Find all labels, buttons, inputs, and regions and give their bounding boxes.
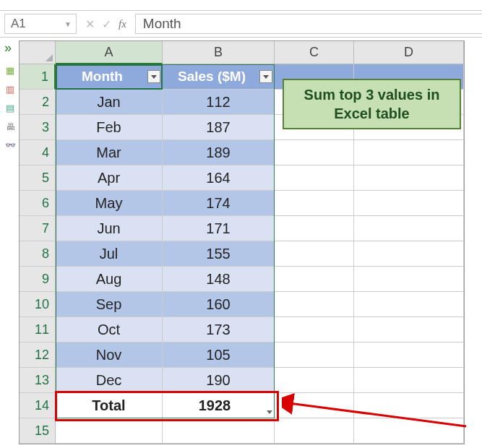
cell[interactable] bbox=[275, 343, 354, 368]
cell[interactable]: 148 bbox=[163, 267, 275, 292]
select-all-corner[interactable] bbox=[20, 41, 56, 64]
row-header[interactable]: 3 bbox=[20, 115, 56, 140]
row-header[interactable]: 5 bbox=[20, 165, 56, 191]
cell[interactable]: Mar bbox=[56, 140, 163, 165]
table-header-month[interactable]: Month bbox=[56, 64, 163, 90]
table-row: Dec190 bbox=[56, 368, 464, 393]
table-row: Sep160 bbox=[56, 292, 464, 317]
filter-dropdown-icon[interactable] bbox=[259, 70, 272, 83]
cell[interactable]: 174 bbox=[163, 191, 275, 216]
table-header-sales[interactable]: Sales ($M) bbox=[163, 64, 275, 90]
column-header-b[interactable]: B bbox=[163, 41, 275, 64]
name-box-dropdown-icon[interactable]: ▼ bbox=[64, 20, 72, 28]
row-header[interactable]: 4 bbox=[20, 140, 56, 165]
cell[interactable]: 187 bbox=[163, 115, 275, 140]
cell[interactable] bbox=[354, 165, 464, 191]
cell[interactable]: Nov bbox=[56, 343, 163, 368]
row-header[interactable]: 7 bbox=[20, 216, 56, 241]
cell[interactable]: 190 bbox=[163, 368, 275, 393]
row-header[interactable]: 8 bbox=[20, 241, 56, 267]
cell[interactable] bbox=[354, 317, 464, 343]
formula-bar-buttons: ✕ ✓ fx bbox=[85, 17, 126, 31]
cell[interactable]: Dec bbox=[56, 368, 163, 393]
cell[interactable] bbox=[354, 241, 464, 267]
table-row bbox=[56, 418, 464, 444]
total-dropdown-icon[interactable] bbox=[267, 410, 275, 416]
cell[interactable]: Apr bbox=[56, 165, 163, 191]
name-box[interactable]: A1 ▼ bbox=[4, 14, 77, 34]
cell[interactable] bbox=[275, 165, 354, 191]
cell[interactable]: Sep bbox=[56, 292, 163, 317]
cell[interactable]: Oct bbox=[56, 317, 163, 343]
row-header[interactable]: 9 bbox=[20, 267, 56, 292]
expand-ribbon-icon[interactable]: » bbox=[4, 40, 12, 56]
row-header[interactable]: 13 bbox=[20, 368, 56, 393]
column-header-a[interactable]: A bbox=[56, 41, 163, 64]
filter-dropdown-icon[interactable] bbox=[147, 70, 160, 83]
cell[interactable] bbox=[275, 140, 354, 165]
cell[interactable] bbox=[354, 343, 464, 368]
cell[interactable]: Aug bbox=[56, 267, 163, 292]
cell[interactable] bbox=[354, 191, 464, 216]
total-label-cell[interactable]: Total bbox=[56, 393, 163, 418]
cell[interactable]: 155 bbox=[163, 241, 275, 267]
table-row: Apr164 bbox=[56, 165, 464, 191]
cell[interactable]: 173 bbox=[163, 317, 275, 343]
row-header[interactable]: 15 bbox=[20, 418, 56, 444]
cell[interactable] bbox=[56, 418, 163, 444]
table-row: Aug148 bbox=[56, 267, 464, 292]
formula-input-value: Month bbox=[143, 16, 181, 32]
cell[interactable] bbox=[354, 368, 464, 393]
row-header[interactable]: 11 bbox=[20, 317, 56, 343]
row-header[interactable]: 14 bbox=[20, 393, 56, 418]
insert-function-icon[interactable]: fx bbox=[119, 18, 126, 30]
tool-print-icon[interactable]: 🖶 bbox=[6, 121, 15, 132]
cell[interactable] bbox=[354, 216, 464, 241]
column-header-c[interactable]: C bbox=[275, 41, 354, 64]
cell[interactable] bbox=[275, 267, 354, 292]
formula-input[interactable]: Month bbox=[135, 14, 482, 34]
row-header[interactable]: 6 bbox=[20, 191, 56, 216]
table-total-row: Total 1928 bbox=[56, 393, 464, 418]
table-row: Jun171 bbox=[56, 216, 464, 241]
tool-grid-icon[interactable]: ▦ bbox=[6, 65, 14, 76]
cell[interactable] bbox=[354, 292, 464, 317]
cell[interactable]: Jun bbox=[56, 216, 163, 241]
cell[interactable]: 112 bbox=[163, 90, 275, 115]
tool-binoculars-icon[interactable]: 👓 bbox=[5, 140, 16, 150]
cell[interactable]: Feb bbox=[56, 115, 163, 140]
row-header[interactable]: 2 bbox=[20, 90, 56, 115]
cell[interactable] bbox=[275, 241, 354, 267]
cell[interactable]: Jan bbox=[56, 90, 163, 115]
row-header[interactable]: 1 bbox=[20, 64, 56, 90]
cell[interactable] bbox=[275, 191, 354, 216]
cell[interactable] bbox=[354, 418, 464, 444]
cancel-icon[interactable]: ✕ bbox=[85, 17, 95, 31]
cell[interactable]: 105 bbox=[163, 343, 275, 368]
cell[interactable] bbox=[275, 393, 354, 418]
cell[interactable] bbox=[275, 368, 354, 393]
tool-workbook-icon[interactable]: ▥ bbox=[6, 84, 14, 95]
cell[interactable]: Jul bbox=[56, 241, 163, 267]
cell[interactable] bbox=[354, 393, 464, 418]
tool-windows-icon[interactable]: ▤ bbox=[6, 103, 14, 113]
cell[interactable]: 164 bbox=[163, 165, 275, 191]
cell[interactable] bbox=[275, 216, 354, 241]
table-row: Nov105 bbox=[56, 343, 464, 368]
column-header-d[interactable]: D bbox=[354, 41, 464, 64]
cell[interactable]: 171 bbox=[163, 216, 275, 241]
cell[interactable] bbox=[275, 292, 354, 317]
table-row: Mar189 bbox=[56, 140, 464, 165]
cell[interactable] bbox=[275, 317, 354, 343]
row-header[interactable]: 10 bbox=[20, 292, 56, 317]
cell[interactable]: May bbox=[56, 191, 163, 216]
cell[interactable] bbox=[163, 418, 275, 444]
cell[interactable]: 189 bbox=[163, 140, 275, 165]
cell[interactable]: 160 bbox=[163, 292, 275, 317]
row-header[interactable]: 12 bbox=[20, 343, 56, 368]
cell[interactable] bbox=[354, 267, 464, 292]
cell[interactable] bbox=[275, 418, 354, 444]
confirm-icon[interactable]: ✓ bbox=[102, 17, 111, 31]
cell[interactable] bbox=[354, 140, 464, 165]
total-value-cell[interactable]: 1928 bbox=[163, 393, 275, 418]
